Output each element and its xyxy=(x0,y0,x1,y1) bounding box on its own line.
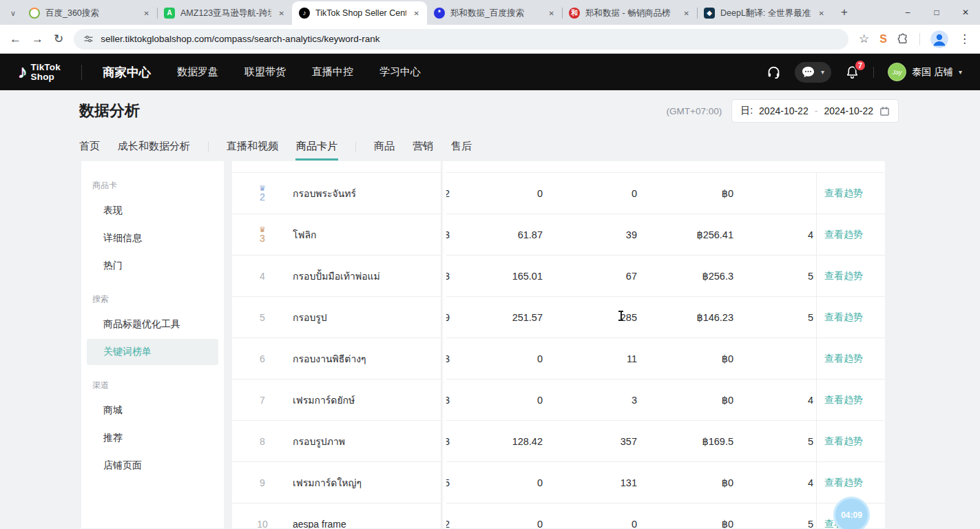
search-volume-cell: 0 xyxy=(457,353,543,364)
subtab[interactable]: 商品卡片 xyxy=(296,140,337,153)
tab-close-icon[interactable]: ✕ xyxy=(817,9,826,18)
view-trend-link[interactable]: 查看趋势 xyxy=(824,477,863,489)
window-close-button[interactable]: ✕ xyxy=(951,0,980,25)
notifications-button[interactable]: 7 xyxy=(845,65,859,80)
search-volume-cell: 0 xyxy=(457,395,543,406)
tab-title: 郑和数据_百度搜索 xyxy=(450,8,541,19)
app-nav-item[interactable]: 学习中心 xyxy=(379,65,421,79)
profile-avatar[interactable] xyxy=(930,30,948,48)
headset-support-icon[interactable] xyxy=(767,65,781,79)
subtab[interactable]: 营销 xyxy=(413,140,433,153)
browser-tab[interactable]: ◆ DeepL翻译: 全世界最准 ✕ xyxy=(697,1,832,25)
sidebar-entry[interactable]: 详细信息 xyxy=(81,225,224,251)
reload-button[interactable]: ↻ xyxy=(54,33,63,45)
rank-cell: ♛ 9 xyxy=(232,477,293,488)
subtab[interactable]: 成长和数据分析 xyxy=(118,140,190,153)
date-range-picker[interactable]: 日: 2024-10-22 - 2024-10-22 xyxy=(731,99,899,123)
trend-cell: 查看趋势 xyxy=(816,338,885,379)
tab-close-icon[interactable]: ✕ xyxy=(682,9,691,18)
shop-switcher[interactable]: Jay 泰国 店铺 ▾ xyxy=(888,63,962,81)
messages-button[interactable]: ▾ xyxy=(795,62,831,83)
app-nav-item[interactable]: 数据罗盘 xyxy=(177,65,218,79)
click-count-cell: 67 xyxy=(543,271,637,282)
tiktok-shop-logo[interactable]: ♪ TikTok Shop xyxy=(18,61,61,83)
subtab[interactable]: 售后 xyxy=(451,140,472,153)
rank-cell: ♛ 3 xyxy=(232,226,293,244)
page-title: 数据分析 xyxy=(79,101,140,121)
tab-close-icon[interactable]: ✕ xyxy=(412,9,421,18)
app-nav-item[interactable]: 商家中心 xyxy=(103,64,151,81)
date-start: 2024-10-22 xyxy=(759,105,809,116)
keyword-cell: กรอบปั้มมือเท้าพ่อแม่ xyxy=(293,269,441,284)
gmv-cell: ฿256.41 xyxy=(637,229,733,240)
clipped-right-value: 4 xyxy=(733,229,816,240)
date-separator: - xyxy=(815,105,818,116)
rank-number: 5 xyxy=(260,312,265,323)
clipped-right-value: 4 xyxy=(733,477,816,488)
rank-cell: ♛ 2 xyxy=(232,185,293,203)
notification-badge: 7 xyxy=(854,59,866,72)
app-nav-item[interactable]: 直播中控 xyxy=(312,65,353,79)
rank-number: 3 xyxy=(260,233,265,244)
sidebar-entry[interactable]: 店铺页面 xyxy=(81,453,224,479)
gmv-cell: ฿0 xyxy=(637,353,733,364)
forward-button[interactable]: → xyxy=(32,33,43,45)
browser-tab[interactable]: 和 郑和数据 - 畅销商品榜 ✕ xyxy=(562,1,697,25)
site-settings-icon[interactable] xyxy=(83,34,94,44)
tab-favicon xyxy=(29,8,40,19)
keyword-cell: กรอบรูป xyxy=(293,310,441,325)
recording-timer-bubble[interactable]: 04:09 xyxy=(833,497,870,529)
shop-name: 泰国 店铺 xyxy=(912,66,953,79)
view-trend-link[interactable]: 查看趋势 xyxy=(824,270,863,282)
gmv-cell: ฿256.3 xyxy=(637,271,733,282)
rank-cell: ♛ 7 xyxy=(232,395,293,406)
view-trend-link[interactable]: 查看趋势 xyxy=(824,229,863,241)
table-row: ♛ 10 aespa frame 2 0 0 ฿0 5 查看趋势 xyxy=(232,504,885,528)
new-tab-button[interactable]: + xyxy=(835,3,854,22)
sidebar-entry[interactable]: 表现 xyxy=(81,198,224,224)
sidebar-entry[interactable]: 关键词榜单 xyxy=(87,339,218,365)
browser-tab[interactable]: ♪ TikTok Shop Seller Cente ✕ xyxy=(292,1,427,25)
sidebar-entry[interactable]: 推荐 xyxy=(81,425,224,451)
extension-s-icon[interactable]: S xyxy=(879,33,887,45)
rank-cell: ♛ 10 xyxy=(232,519,293,529)
view-trend-link[interactable]: 查看趋势 xyxy=(824,435,863,448)
tab-search-chevron-icon[interactable]: ∨ xyxy=(4,9,22,25)
subtab[interactable]: 商品 xyxy=(374,140,395,153)
view-trend-link[interactable]: 查看趋势 xyxy=(824,394,863,406)
window-maximize-button[interactable]: □ xyxy=(922,0,951,25)
subtab[interactable]: 首页 xyxy=(79,140,100,153)
url-bar[interactable]: seller.tiktokglobalshop.com/compass/sear… xyxy=(74,29,848,50)
sidebar-entry[interactable]: 商城 xyxy=(81,397,224,424)
browser-tab[interactable]: A AMZ123亚马逊导航-跨境 ✕ xyxy=(157,1,292,25)
browser-tab[interactable]: 百度_360搜索 ✕ xyxy=(22,1,157,25)
keyword-cell: aespa frame xyxy=(293,519,441,529)
view-trend-link[interactable]: 查看趋势 xyxy=(824,311,863,324)
analytics-sidebar: 商品卡 表现 详细信息 热门 搜索 商品标题优化工具 关键词榜单 渠道 商城 推… xyxy=(81,161,224,528)
trend-cell: 查看趋势 xyxy=(816,421,885,461)
clipped-right-value: 5 xyxy=(733,519,816,529)
tab-close-icon[interactable]: ✕ xyxy=(547,9,556,18)
nav-divider xyxy=(873,67,874,78)
tab-close-icon[interactable]: ✕ xyxy=(277,9,286,18)
tab-close-icon[interactable]: ✕ xyxy=(142,9,152,18)
page-header: 数据分析 (GMT+07:00) 日: 2024-10-22 - 2024-10… xyxy=(0,90,980,132)
rank-number: 6 xyxy=(260,353,265,364)
app-nav-item[interactable]: 联盟带货 xyxy=(244,65,286,79)
table-rows: ♛ 2 กรอบพระจันทร์ 2 0 0 ฿0 查看趋势 ♛ xyxy=(232,173,885,528)
sidebar-entry[interactable]: 商品标题优化工具 xyxy=(81,311,224,338)
browser-tab[interactable]: * 郑和数据_百度搜索 ✕ xyxy=(427,1,562,25)
subtab[interactable]: 直播和视频 xyxy=(227,140,278,153)
table-row: ♛ 8 กรอบรูปภาพ 3 128.42 357 ฿169.5 5 查看趋… xyxy=(232,421,885,462)
browser-menu-icon[interactable]: ⋮ xyxy=(959,33,970,45)
view-trend-link[interactable]: 查看趋势 xyxy=(824,187,863,200)
back-button[interactable]: ← xyxy=(10,33,21,45)
search-volume-cell: 0 xyxy=(457,477,543,488)
sidebar-entry[interactable]: 热门 xyxy=(81,253,224,279)
extensions-puzzle-icon[interactable] xyxy=(897,33,909,45)
view-trend-link[interactable]: 查看趋势 xyxy=(824,353,863,365)
bookmark-star-icon[interactable]: ☆ xyxy=(859,33,869,45)
window-minimize-button[interactable]: – xyxy=(893,0,922,25)
tab-title: DeepL翻译: 全世界最准 xyxy=(720,8,811,19)
tab-favicon: ◆ xyxy=(704,8,715,19)
